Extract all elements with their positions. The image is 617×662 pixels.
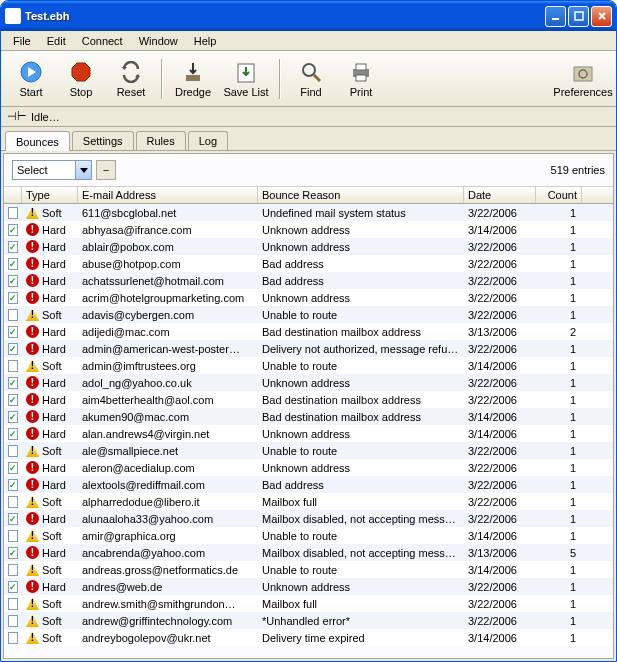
table-row[interactable]: ✓!Hardakumen90@mac.comBad destination ma… [4,408,613,425]
hard-bounce-icon: ! [26,291,39,304]
table-row[interactable]: ✓!Hardadol_ng@yahoo.co.ukUnknown address… [4,374,613,391]
table-row[interactable]: !Softadmin@imftrustees.orgUnable to rout… [4,357,613,374]
date-cell: 3/14/2006 [464,223,536,237]
col-type[interactable]: Type [22,187,78,203]
row-checkbox[interactable] [8,360,18,372]
table-row[interactable]: ✓!Hardancabrenda@yahoo.comMailbox disabl… [4,544,613,561]
menu-file[interactable]: File [5,33,39,49]
table-row[interactable]: ✓!Hardandres@web.deUnknown address3/22/2… [4,578,613,595]
row-checkbox[interactable]: ✓ [8,428,18,440]
tab-settings[interactable]: Settings [72,131,134,150]
row-checkbox[interactable] [8,615,18,627]
find-button[interactable]: Find [287,54,335,104]
table-row[interactable]: !Softandrew@griffintechnology.com*Unhand… [4,612,613,629]
row-checkbox[interactable]: ✓ [8,292,18,304]
row-checkbox[interactable]: ✓ [8,241,18,253]
col-reason[interactable]: Bounce Reason [258,187,464,203]
table-row[interactable]: !Softandreas.gross@netformatics.deUnable… [4,561,613,578]
table-row[interactable]: ✓!Hardadijedi@mac.comBad destination mai… [4,323,613,340]
filter-bar: Select − 519 entries [4,154,613,186]
table-row[interactable]: ✓!Hardalunaaloha33@yahoo.comMailbox disa… [4,510,613,527]
row-checkbox[interactable]: ✓ [8,224,18,236]
reason-cell: Bad destination mailbox address [258,410,464,424]
table-row[interactable]: ✓!Hardalan.andrews4@virgin.netUnknown ad… [4,425,613,442]
row-checkbox[interactable] [8,564,18,576]
soft-bounce-icon: ! [26,444,39,457]
date-cell: 3/22/2006 [464,308,536,322]
row-checkbox[interactable]: ✓ [8,479,18,491]
row-checkbox[interactable] [8,530,18,542]
reason-cell: Unable to route [258,563,464,577]
col-count[interactable]: Count [536,187,582,203]
titlebar[interactable]: Test.ebh [1,1,616,31]
status-bar: ⊣⊢ Idle… [1,107,616,127]
select-dropdown[interactable]: Select [12,160,76,180]
table-row[interactable]: !Softalpharredodue@libero.itMailbox full… [4,493,613,510]
minimize-button[interactable] [545,6,566,27]
reset-button[interactable]: Reset [107,54,155,104]
table-row[interactable]: ✓!Hardacrim@hotelgroupmarketing.comUnkno… [4,289,613,306]
row-checkbox[interactable]: ✓ [8,326,18,338]
start-button[interactable]: Start [7,54,55,104]
table-row[interactable]: ✓!Hardachatssurlenet@hotmail.comBad addr… [4,272,613,289]
row-checkbox[interactable]: ✓ [8,275,18,287]
menu-help[interactable]: Help [186,33,225,49]
table-row[interactable]: !Softamir@graphica.orgUnable to route3/1… [4,527,613,544]
row-checkbox[interactable] [8,309,18,321]
table-row[interactable]: !Softale@smallpiece.netUnable to route3/… [4,442,613,459]
table-row[interactable]: ✓!Hardadmin@american-west-poster…Deliver… [4,340,613,357]
hard-bounce-icon: ! [26,580,39,593]
col-date[interactable]: Date [464,187,536,203]
close-button[interactable] [591,6,612,27]
maximize-button[interactable] [568,6,589,27]
table-row[interactable]: ✓!Hardabhyasa@ifrance.comUnknown address… [4,221,613,238]
tab-log[interactable]: Log [188,131,228,150]
tab-bounces[interactable]: Bounces [5,131,70,151]
row-checkbox[interactable]: ✓ [8,258,18,270]
count-cell: 2 [536,325,580,339]
reason-cell: Mailbox full [258,597,464,611]
table-row[interactable]: !Softandrew.smith@smithgrundon…Mailbox f… [4,595,613,612]
menu-connect[interactable]: Connect [74,33,131,49]
row-checkbox[interactable]: ✓ [8,547,18,559]
table-row[interactable]: !Softandreybogolepov@ukr.netDelivery tim… [4,629,613,646]
hard-bounce-icon: ! [26,427,39,440]
print-button[interactable]: Print [337,54,385,104]
table-row[interactable]: ✓!Hardaleron@acedialup.comUnknown addres… [4,459,613,476]
row-checkbox[interactable]: ✓ [8,411,18,423]
preferences-button[interactable]: Preferences [556,54,610,104]
hard-bounce-icon: ! [26,461,39,474]
row-checkbox[interactable] [8,598,18,610]
reason-cell: Unknown address [258,580,464,594]
table-row[interactable]: ✓!Hardablair@pobox.comUnknown address3/2… [4,238,613,255]
table-body[interactable]: !Soft611@sbcglobal.netUndefined mail sys… [4,204,613,658]
savelist-button[interactable]: Save List [219,54,273,104]
table-row[interactable]: ✓!Hardaim4betterhealth@aol.comBad destin… [4,391,613,408]
table-row[interactable]: ✓!Hardabuse@hotpop.comBad address3/22/20… [4,255,613,272]
tab-rules[interactable]: Rules [136,131,186,150]
col-email[interactable]: E-mail Address [78,187,258,203]
table-row[interactable]: !Soft611@sbcglobal.netUndefined mail sys… [4,204,613,221]
table-row[interactable]: !Softadavis@cybergen.comUnable to route3… [4,306,613,323]
row-checkbox[interactable]: ✓ [8,394,18,406]
row-checkbox[interactable] [8,445,18,457]
email-cell: andres@web.de [78,580,258,594]
stop-button[interactable]: Stop [57,54,105,104]
row-checkbox[interactable] [8,496,18,508]
row-checkbox[interactable]: ✓ [8,513,18,525]
dredge-button[interactable]: Dredge [169,54,217,104]
menu-window[interactable]: Window [131,33,186,49]
menu-edit[interactable]: Edit [39,33,74,49]
row-checkbox[interactable]: ✓ [8,581,18,593]
row-checkbox[interactable]: ✓ [8,462,18,474]
row-checkbox[interactable] [8,632,18,644]
row-checkbox[interactable]: ✓ [8,343,18,355]
remove-button[interactable]: − [96,160,116,180]
col-check[interactable] [4,187,22,203]
row-checkbox[interactable]: ✓ [8,377,18,389]
reason-cell: Delivery not authorized, message refused [258,342,464,356]
email-cell: admin@imftrustees.org [78,359,258,373]
table-row[interactable]: ✓!Hardalextools@rediffmail.comBad addres… [4,476,613,493]
dropdown-button[interactable] [76,160,92,180]
row-checkbox[interactable] [8,207,18,219]
